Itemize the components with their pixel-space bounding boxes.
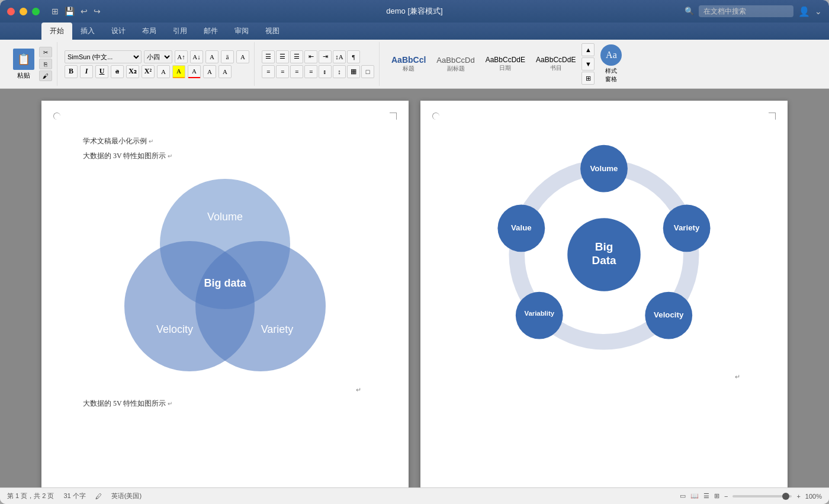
zoom-slider[interactable] [732,495,792,497]
tab-mailings[interactable]: 邮件 [195,23,226,40]
font-size-decrease-button[interactable]: A↓ [190,50,203,63]
center-label-big: Big [595,240,613,253]
sort-button[interactable]: ↕A [333,50,346,63]
format-painter-icon[interactable]: 🖌 [39,70,52,81]
style-subtitle-label: 副标题 [447,65,465,73]
copy-icon[interactable]: ⎘ [39,59,52,69]
show-formatting-button[interactable]: ¶ [347,50,360,63]
border-button[interactable]: □ [361,65,374,78]
change-case-button[interactable]: A [236,50,249,63]
italic-button[interactable]: I [80,65,93,78]
text-effect-button[interactable]: A [157,65,170,78]
tab-layout[interactable]: 布局 [134,23,165,40]
tab-insert[interactable]: 插入 [72,23,103,40]
view-normal-icon[interactable]: ▭ [680,492,686,500]
font-border-button[interactable]: A [203,65,216,78]
search-input[interactable] [699,5,793,17]
para-row1: ☰ ☰ ☰ ⇤ ⇥ ↕A ¶ [262,50,374,63]
bullets-button[interactable]: ☰ [262,50,275,63]
view-read-icon[interactable]: 📖 [690,492,699,500]
venn-velocity-label: Velocity [156,323,193,335]
styles-content: AaBbCcl 标题 AaBbCcDd 副标题 AaBbCcDdE 日期 AaB… [387,42,626,86]
undo-icon[interactable]: ↩ [81,7,88,17]
return-mark-2: ↵ [168,153,172,159]
numbering-button[interactable]: ☰ [276,50,289,63]
view-grid-icon[interactable]: ⊞ [714,492,719,500]
font-row1: SimSun (中文... 小四 A↑ A↓ A ā A [65,50,249,63]
styles-up-button[interactable]: ▲ [581,43,595,56]
save-icon[interactable]: 💾 [65,7,75,17]
superscript-button[interactable]: X² [142,65,155,78]
subscript-button[interactable]: X₂ [126,65,139,78]
node-value-label: Value [511,223,532,232]
style-date-label: 日期 [499,64,511,72]
venn-diagram: Volume Velocity Variety Big data [113,173,338,374]
minimize-button[interactable] [20,8,27,15]
style-heading-label: 标题 [403,65,415,73]
style-book-label: 书目 [550,64,562,72]
view-list-icon[interactable]: ☰ [703,492,709,500]
underline-button[interactable]: U [95,65,108,78]
sidebar-toggle-icon[interactable]: ⊞ [52,7,59,17]
font-size-increase-button[interactable]: A↑ [175,50,188,63]
highlight-button[interactable]: A [172,65,185,78]
bold-button[interactable]: B [65,65,78,78]
styles-more-button[interactable]: ⊞ [581,72,595,85]
font-size-select[interactable]: 小四 [144,50,172,63]
tab-view[interactable]: 视图 [257,23,288,40]
align-right-button[interactable]: ≡ [290,65,303,78]
style-subtitle[interactable]: AaBbCcDd 副标题 [432,53,479,75]
redo-icon[interactable]: ↪ [94,7,101,17]
page1-text1: 学术文稿最小化示例 ↵ [83,136,367,146]
tab-home[interactable]: 开始 [41,23,72,40]
clipboard-content: 📋 粘贴 ✂ ⎘ 🖌 [9,42,52,86]
venn-volume-label: Volume [207,211,243,223]
window-title: demo [兼容模式] [386,6,442,17]
align-left-button[interactable]: ≡ [262,65,275,78]
style-date[interactable]: AaBbCcDdE 日期 [481,53,530,75]
styles-down-button[interactable]: ▼ [581,57,595,70]
justify-button[interactable]: ≡ [304,65,317,78]
font-row2: B I U a X₂ X² A A A A A [65,65,249,78]
font-color-button[interactable]: A [188,65,201,78]
clear-format-button[interactable]: A [205,50,219,63]
language: 英语(美国) [111,492,142,500]
char-shading-button[interactable]: A [219,65,232,78]
line-spacing-button[interactable]: ↕ [333,65,346,78]
increase-indent-button[interactable]: ⇥ [319,50,332,63]
tab-review[interactable]: 审阅 [226,23,257,40]
page-2: Big Data Volume Variety Velocity [420,101,788,487]
circle-5v-diagram: Big Data Volume Variety Velocity [491,142,716,367]
close-button[interactable] [7,8,15,15]
strikethrough-button[interactable]: a [111,65,124,78]
user-icon[interactable]: 👤 [798,6,810,17]
zoom-plus-icon[interactable]: + [796,493,800,500]
maximize-button[interactable] [32,8,40,15]
style-heading[interactable]: AaBbCcl 标题 [387,53,430,75]
page1-text2: 大数据的 3V 特性如图所示 ↵ [83,151,367,161]
paste-button[interactable]: 📋 粘贴 [9,46,38,82]
venn-center-label1: Big data [204,277,246,289]
return-arrow-1: ↵ [83,386,361,394]
chevron-down-icon[interactable]: ⌄ [815,7,822,17]
styles-window-button[interactable]: Aa 样式窗格 [596,42,626,86]
ribbon-tabs: 开始 插入 设计 布局 引用 邮件 审阅 视图 [0,23,829,40]
multilevel-button[interactable]: ☰ [290,50,303,63]
document-area: 学术文稿最小化示例 ↵ 大数据的 3V 特性如图所示 ↵ [0,89,829,487]
tab-design[interactable]: 设计 [103,23,134,40]
shading-button[interactable]: ▦ [347,65,360,78]
decrease-indent-button[interactable]: ⇤ [304,50,317,63]
font-name-select[interactable]: SimSun (中文... [65,50,142,63]
tab-references[interactable]: 引用 [165,23,195,40]
styles-window-icon: Aa [600,44,622,66]
zoom-minus-icon[interactable]: − [724,493,728,500]
align-center-button[interactable]: ≡ [276,65,289,78]
style-book[interactable]: AaBbCcDdE 书目 [531,53,580,75]
zoom-level[interactable]: 100% [805,493,822,500]
columns-button[interactable]: ⫾ [319,65,332,78]
proofing-icon[interactable]: 🖊 [95,493,102,500]
styles-nav: ▲ ▼ ⊞ [581,43,595,85]
cut-icon[interactable]: ✂ [39,47,52,57]
clipboard-sub-icons: ✂ ⎘ 🖌 [39,47,52,81]
phonetic-guide-button[interactable]: ā [221,50,234,63]
